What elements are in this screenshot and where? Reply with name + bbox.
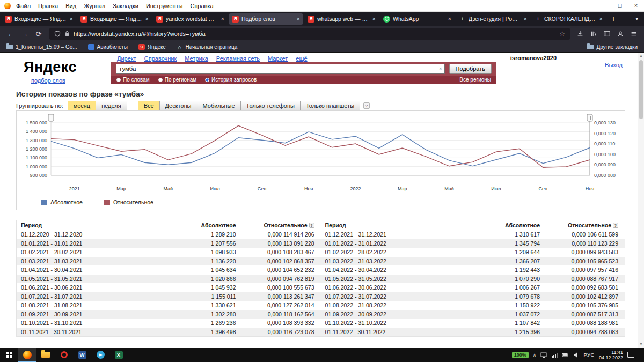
- sidebar-icon[interactable]: [603, 30, 611, 38]
- menu-item[interactable]: Справка: [190, 3, 213, 9]
- search-input[interactable]: тумба ×: [116, 64, 445, 74]
- scroll-down-icon[interactable]: ▼: [638, 341, 644, 348]
- bookmark-favicon: [6, 45, 13, 49]
- menu-item[interactable]: Вид: [65, 3, 76, 9]
- bookmark-item[interactable]: Авиабилеты: [88, 44, 128, 50]
- scroll-up-icon[interactable]: ▲: [638, 53, 644, 59]
- action-center-icon[interactable]: [627, 352, 634, 358]
- browser-tab[interactable]: yandex wordstat — Яндекс: на... ×: [153, 13, 228, 25]
- range-slider-right[interactable]: [587, 114, 592, 121]
- wordstat-home-link[interactable]: подбор слов: [31, 77, 65, 84]
- taskbar-clock[interactable]: 11:41 04.12.2022: [599, 350, 623, 360]
- downloads-icon[interactable]: [576, 30, 584, 38]
- mode-radio[interactable]: История запросов: [205, 77, 257, 83]
- browser-tab[interactable]: Входящие — Яндекс Почта ×: [2, 13, 76, 25]
- service-nav-link[interactable]: ещё: [296, 55, 307, 62]
- tab-close-icon[interactable]: ×: [145, 16, 149, 22]
- menu-item[interactable]: Инструменты: [146, 3, 183, 9]
- browser-tab[interactable]: Подбор слов ×: [229, 13, 303, 25]
- shield-icon[interactable]: [54, 31, 61, 37]
- service-nav-link[interactable]: Справочник: [144, 55, 177, 62]
- forward-button[interactable]: →: [18, 30, 31, 38]
- help-icon[interactable]: ?: [363, 102, 370, 109]
- column-header-absolute: Абсолютное: [484, 222, 540, 228]
- bookmark-item[interactable]: 1_Клиенты_15.09 – Go...: [6, 44, 77, 50]
- browser-tab[interactable]: Входящие — Яндекс Почта ×: [77, 13, 152, 25]
- service-nav-link[interactable]: Маркет: [268, 55, 288, 62]
- menu-item[interactable]: Файл: [16, 3, 31, 9]
- tray-display-icon[interactable]: [540, 352, 547, 358]
- taskbar-app-button[interactable]: [0, 348, 18, 362]
- scrollbar-thumb[interactable]: [639, 60, 643, 119]
- mode-radio[interactable]: По словам: [116, 77, 150, 83]
- bookmark-item[interactable]: Яндекс: [138, 44, 166, 50]
- maximize-button[interactable]: □: [612, 0, 628, 11]
- back-button[interactable]: ←: [4, 30, 17, 38]
- cell-relative: 0,000 102 412 897: [540, 293, 625, 300]
- url-bar[interactable]: https://wordstat.yandex.ru/#!/history?wo…: [49, 28, 570, 40]
- column-header-absolute: Абсолютное: [180, 222, 236, 228]
- browser-tab[interactable]: whatsapp web — Яндекс: наш... ×: [304, 13, 379, 25]
- tray-battery-icon[interactable]: [562, 352, 568, 358]
- clear-search-icon[interactable]: ×: [439, 66, 442, 72]
- bookmark-item[interactable]: Начальная страница: [177, 44, 238, 50]
- device-tab[interactable]: Только планшеты: [300, 101, 360, 110]
- taskbar-app-button[interactable]: [91, 348, 109, 362]
- group-button[interactable]: неделя: [96, 101, 127, 110]
- taskbar-app-button[interactable]: [109, 348, 128, 362]
- show-desktop-button[interactable]: [639, 348, 641, 362]
- tab-close-icon[interactable]: ×: [524, 16, 527, 22]
- tray-volume-icon[interactable]: [573, 352, 579, 358]
- taskbar-app-button[interactable]: [73, 348, 91, 362]
- tab-close-icon[interactable]: ×: [448, 16, 451, 22]
- tray-network-icon[interactable]: [551, 352, 558, 358]
- taskbar-app-button[interactable]: [18, 348, 36, 362]
- account-icon[interactable]: [617, 30, 624, 38]
- tray-expand-icon[interactable]: ∧: [533, 352, 537, 358]
- tab-close-icon[interactable]: ×: [70, 16, 73, 22]
- taskbar-app-button[interactable]: [55, 348, 73, 362]
- device-tab[interactable]: Мобильные: [197, 101, 241, 110]
- help-icon[interactable]: ?: [309, 223, 314, 228]
- close-button[interactable]: ×: [628, 0, 644, 11]
- page-scrollbar[interactable]: ▲ ▼: [638, 53, 644, 348]
- taskbar-app-button[interactable]: [36, 348, 55, 362]
- tab-close-icon[interactable]: ×: [297, 16, 300, 22]
- tab-close-icon[interactable]: ×: [221, 16, 224, 22]
- device-tab[interactable]: Все: [138, 101, 160, 110]
- device-tab[interactable]: Только телефоны: [240, 101, 301, 110]
- browser-tab[interactable]: Дзен-студия | Романова PRO ×: [456, 13, 530, 25]
- list-tabs-button[interactable]: ▾: [631, 16, 643, 21]
- cell-relative: 0,000 100 555 673: [236, 284, 321, 291]
- new-tab-button[interactable]: +: [606, 14, 620, 23]
- library-icon[interactable]: [590, 30, 597, 38]
- tab-close-icon[interactable]: ×: [599, 16, 603, 22]
- help-icon[interactable]: ?: [613, 223, 618, 228]
- menu-icon[interactable]: [630, 30, 638, 38]
- group-button[interactable]: месяц: [68, 101, 96, 110]
- service-nav-link[interactable]: Рекламная сеть: [216, 55, 260, 62]
- browser-tab[interactable]: WhatsApp ×: [380, 13, 455, 25]
- left-axis-tick: 1 500 000: [26, 120, 47, 125]
- minimize-button[interactable]: –: [596, 0, 612, 11]
- other-bookmarks-button[interactable]: Другие закладки: [587, 44, 638, 50]
- range-slider-left[interactable]: [48, 114, 54, 121]
- history-chart[interactable]: 1 500 0001 400 0001 300 0001 200 0001 10…: [17, 113, 623, 194]
- service-nav-link[interactable]: Метрика: [185, 55, 208, 62]
- tab-close-icon[interactable]: ×: [372, 16, 376, 22]
- battery-badge[interactable]: 100%: [512, 352, 529, 358]
- mode-radio[interactable]: По регионам: [158, 77, 196, 83]
- yandex-logo[interactable]: Яндекс: [24, 59, 77, 76]
- menu-item[interactable]: Закладки: [113, 3, 138, 9]
- service-nav-link[interactable]: Директ: [117, 55, 136, 62]
- browser-tab[interactable]: СКОРО! КАЛЕНДАРЬ КАТЕГО... ×: [531, 13, 606, 25]
- bookmark-star-icon[interactable]: ☆: [559, 30, 565, 38]
- logout-link[interactable]: Выход: [605, 62, 623, 68]
- submit-button[interactable]: Подобрать: [449, 64, 492, 74]
- refresh-button[interactable]: ⟳: [32, 30, 45, 38]
- menu-item[interactable]: Журнал: [84, 3, 105, 9]
- device-tab[interactable]: Десктопы: [159, 101, 197, 110]
- menu-item[interactable]: Правка: [38, 3, 58, 9]
- all-regions-link[interactable]: Все регионы: [459, 77, 491, 83]
- language-indicator[interactable]: РУС: [583, 352, 595, 358]
